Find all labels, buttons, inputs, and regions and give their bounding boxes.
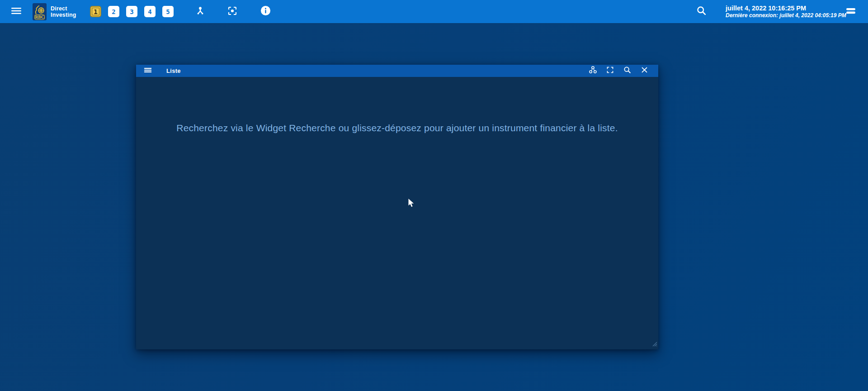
widget-menu-icon (144, 66, 152, 76)
widget-close-button[interactable] (641, 66, 648, 76)
widget-title: Liste (166, 67, 181, 74)
workspace-tab-2[interactable]: 2 (108, 6, 119, 17)
close-icon (641, 66, 648, 76)
widget-search-button[interactable] (623, 66, 632, 76)
workspace-tabs: 1 2 3 4 5 (90, 0, 174, 23)
rbc-logo: RBC (33, 0, 47, 23)
rbc-direct-investing-app: { "topbar": { "brand": { "logo_text": "R… (0, 0, 868, 391)
center-focus-icon (227, 5, 238, 18)
brand-name: Direct Investing (51, 0, 76, 23)
center-focus-button[interactable] (227, 0, 238, 23)
widget-link-group-button[interactable] (589, 66, 597, 76)
widget-header-icons (589, 65, 648, 77)
panel-menu-icon (845, 5, 856, 18)
brand-line-1: Direct (51, 5, 76, 12)
liste-widget: Liste (136, 65, 658, 349)
session-clock: juillet 4, 2022 10:16:25 PM Dernière con… (726, 0, 846, 23)
top-navigation-bar: RBC Direct Investing 1 2 3 4 5 (0, 0, 868, 23)
search-icon (696, 5, 707, 18)
workspace-link-button[interactable] (195, 0, 206, 23)
app-menu-icon (11, 5, 22, 18)
liste-widget-header[interactable]: Liste (136, 65, 658, 77)
resize-grip-icon[interactable] (651, 340, 657, 348)
workspace-tab-1[interactable]: 1 (90, 6, 101, 17)
global-search-button[interactable] (696, 0, 707, 23)
info-button[interactable] (260, 0, 271, 23)
last-login-datetime: Dernière connexion: juillet 4, 2022 04:0… (726, 12, 846, 19)
svg-text:RBC: RBC (35, 14, 44, 19)
widget-menu-button[interactable] (144, 66, 152, 76)
brand-line-2: Investing (51, 12, 76, 18)
fullscreen-icon (606, 66, 614, 76)
widget-fullscreen-button[interactable] (606, 66, 614, 76)
empty-list-message: Recherchez via le Widget Recherche ou gl… (136, 77, 658, 134)
search-icon (623, 66, 632, 76)
workspace-tab-3[interactable]: 3 (126, 6, 137, 17)
current-datetime: juillet 4, 2022 10:16:25 PM (726, 4, 806, 12)
panel-menu-button[interactable] (845, 0, 856, 23)
workspace-tab-5[interactable]: 5 (162, 6, 174, 17)
link-group-icon (589, 66, 597, 76)
workspace-tab-4[interactable]: 4 (144, 6, 156, 17)
app-menu-button[interactable] (11, 0, 22, 23)
workspace-link-icon (195, 5, 206, 18)
liste-widget-body[interactable]: Recherchez via le Widget Recherche ou gl… (136, 77, 658, 349)
info-icon (260, 5, 271, 18)
